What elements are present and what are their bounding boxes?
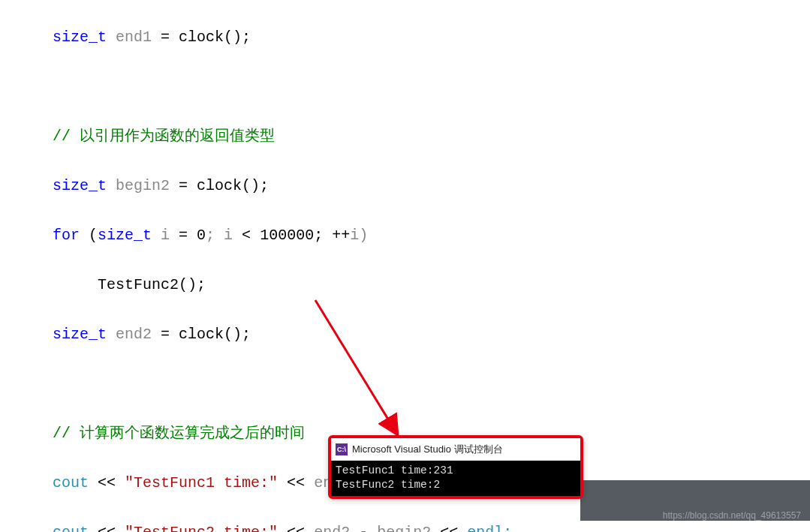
keyword: size_t (53, 177, 107, 194)
console-line: TestFunc1 time:231 (336, 464, 453, 476)
identifier: end2 (107, 326, 161, 343)
identifier: ; i (206, 227, 242, 244)
func-call: TestFunc2 (98, 276, 179, 293)
blank-line (6, 74, 810, 99)
code-line: size_t end1 = clock(); (6, 25, 810, 50)
operator: << (98, 524, 116, 532)
blank-line (6, 371, 810, 396)
number: 100000 (251, 227, 314, 244)
comment: // 计算两个函数运算完成之后的时间 (53, 425, 305, 442)
operator: ++ (332, 227, 350, 244)
code-line: TestFunc2(); (6, 272, 810, 297)
operator: = (161, 326, 170, 343)
code-line: // 以引用作为函数的返回值类型 (6, 124, 810, 149)
punct: ; (314, 227, 332, 244)
operator: << (440, 524, 458, 532)
console-output: TestFunc1 time:231 TestFunc2 time:2 (331, 461, 580, 495)
space (278, 474, 287, 491)
func-call: clock (170, 326, 224, 343)
operator: << (287, 474, 305, 491)
operator: = (161, 29, 170, 46)
identifier: end2 (305, 524, 359, 532)
punct: ( (80, 227, 98, 244)
console-window: C:\ Microsoft Visual Studio 调试控制台 TestFu… (328, 435, 583, 499)
punct: (); (224, 326, 251, 343)
keyword: size_t (53, 326, 107, 343)
code-line: size_t begin2 = clock(); (6, 173, 810, 198)
identifier: endl; (458, 524, 512, 532)
identifier: end1 (107, 29, 161, 46)
func-call: clock (170, 29, 224, 46)
number: 0 (188, 227, 206, 244)
identifier: i) (350, 227, 368, 244)
space (278, 524, 287, 532)
func-call: clock (188, 177, 242, 194)
keyword: size_t (98, 227, 152, 244)
string: "TestFunc2 time:" (125, 524, 278, 532)
punct: (); (224, 29, 251, 46)
comment: // 以引用作为函数的返回值类型 (53, 128, 275, 145)
string: "TestFunc1 time:" (125, 474, 278, 491)
console-title-text: Microsoft Visual Studio 调试控制台 (352, 441, 503, 457)
punct: (); (179, 276, 206, 293)
console-titlebar: C:\ Microsoft Visual Studio 调试控制台 (331, 438, 580, 461)
identifier: begin2 (368, 524, 440, 532)
console-icon: C:\ (336, 443, 348, 455)
space (116, 524, 125, 532)
operator: << (287, 524, 305, 532)
punct: (); (242, 177, 269, 194)
operator: - (359, 524, 368, 532)
identifier: i (152, 227, 179, 244)
operator: < (242, 227, 251, 244)
operator: = (179, 177, 188, 194)
keyword: size_t (53, 29, 107, 46)
code-line: for (size_t i = 0; i < 100000; ++i) (6, 223, 810, 248)
identifier: begin2 (107, 177, 179, 194)
code-line: size_t end2 = clock(); (6, 322, 810, 347)
identifier: cout (53, 474, 98, 491)
keyword: for (53, 227, 80, 244)
console-line: TestFunc2 time:2 (336, 479, 440, 491)
operator: << (98, 474, 116, 491)
watermark: https://blog.csdn.net/qq_49613557 (663, 509, 801, 524)
operator: = (179, 227, 188, 244)
space (116, 474, 125, 491)
identifier: cout (53, 524, 98, 532)
